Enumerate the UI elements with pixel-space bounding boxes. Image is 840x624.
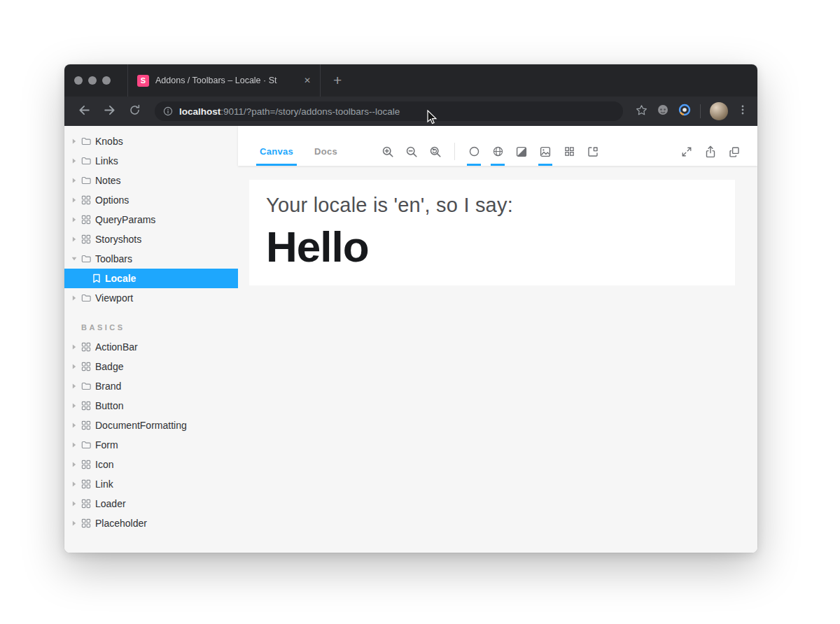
sidebar-item-label: Brand (95, 381, 121, 392)
tab-docs[interactable]: Docs (304, 137, 348, 166)
sidebar-item-link[interactable]: Link (64, 474, 238, 494)
toolbar-tools-right (675, 137, 746, 166)
sidebar-item-links[interactable]: Links (64, 151, 238, 171)
bookmark-star-button[interactable] (636, 101, 648, 122)
contrast-tool-button[interactable] (510, 137, 533, 166)
sidebar-item-options[interactable]: Options (64, 190, 238, 210)
sidebar-item-label: Notes (95, 175, 121, 186)
tab-canvas[interactable]: Canvas (249, 137, 304, 166)
page-info-icon[interactable] (163, 106, 173, 116)
chevron-right-icon[interactable] (71, 501, 77, 506)
copy-tool-button[interactable] (722, 137, 746, 166)
chevron-right-icon[interactable] (71, 158, 77, 164)
chevron-right-icon[interactable] (71, 520, 77, 526)
circle-tool-button[interactable] (462, 137, 486, 166)
extension-button-1[interactable] (657, 101, 669, 122)
sidebar-item-storyshots[interactable]: Storyshots (64, 229, 238, 249)
greeting-text: Hello (266, 225, 718, 269)
sidebar-item-knobs[interactable]: Knobs (64, 132, 238, 151)
zoom-out-tool-button[interactable] (400, 137, 424, 166)
chevron-right-icon[interactable] (71, 217, 77, 222)
chevron-right-icon[interactable] (71, 403, 77, 409)
sidebar-item-badge[interactable]: Badge (64, 357, 238, 376)
component-icon (81, 499, 91, 509)
reload-icon (129, 104, 141, 119)
browser-window: S Addons / Toolbars – Locale · St ✕ + lo… (64, 64, 757, 553)
sidebar-item-queryparams[interactable]: QueryParams (64, 210, 238, 229)
zoom-in-tool-button[interactable] (376, 137, 400, 166)
back-button[interactable] (74, 101, 94, 122)
browser-tab-title: Addons / Toolbars – Locale · St (155, 76, 298, 85)
layout-tool-button[interactable] (581, 137, 605, 166)
chevron-right-icon[interactable] (71, 236, 77, 242)
chevron-right-icon[interactable] (71, 383, 77, 389)
chevron-right-icon[interactable] (71, 139, 77, 144)
sidebar-item-loader[interactable]: Loader (64, 494, 238, 513)
sidebar-item-label: Viewport (95, 292, 133, 304)
toolbar-tools (376, 137, 605, 166)
sidebar-item-icon[interactable]: Icon (64, 455, 238, 474)
component-icon (81, 342, 91, 352)
sidebar-item-brand[interactable]: Brand (64, 376, 238, 396)
forward-button[interactable] (99, 101, 120, 122)
sidebar-item-label: Form (95, 439, 118, 451)
chevron-right-icon[interactable] (71, 197, 77, 203)
sidebar-tree: KnobsLinksNotesOptionsQueryParamsStorysh… (64, 132, 238, 533)
copy-icon (729, 146, 740, 157)
sidebar-item-placeholder[interactable]: Placeholder (64, 513, 238, 533)
sidebar-item-toolbars[interactable]: Toolbars (64, 249, 238, 269)
zoom-reset-tool-button[interactable] (424, 137, 447, 166)
chevron-right-icon[interactable] (71, 178, 77, 183)
grid-icon (564, 146, 575, 157)
sidebar-item-label: Storyshots (95, 234, 141, 245)
sidebar-item-button[interactable]: Button (64, 396, 238, 416)
preview-area: Your locale is 'en', so I say: Hello (238, 166, 757, 553)
zoom-window-button[interactable] (102, 76, 111, 85)
chevron-right-icon[interactable] (71, 481, 77, 487)
sidebar-item-locale[interactable]: Locale (64, 269, 238, 288)
sidebar-item-form[interactable]: Form (64, 435, 238, 455)
url-host: localhost (179, 106, 220, 117)
sidebar-item-notes[interactable]: Notes (64, 171, 238, 190)
component-icon (81, 215, 91, 225)
sidebar-item-label: DocumentFormatting (95, 420, 187, 431)
chevron-right-icon[interactable] (71, 295, 77, 301)
minimize-window-button[interactable] (88, 76, 97, 85)
sidebar-item-viewport[interactable]: Viewport (64, 288, 238, 308)
grid-tool-button[interactable] (557, 137, 581, 166)
globe-tool-button[interactable] (486, 137, 510, 166)
chevron-right-icon[interactable] (71, 364, 77, 369)
sidebar-section-header: BASICS (64, 323, 238, 332)
sidebar-item-documentformatting[interactable]: DocumentFormatting (64, 416, 238, 435)
image-tool-button[interactable] (533, 137, 557, 166)
sidebar-item-actionbar[interactable]: ActionBar (64, 337, 238, 357)
expand-tool-button[interactable] (675, 137, 699, 166)
browser-menu-button[interactable] (737, 101, 748, 122)
preview-tabs: Canvas Docs (249, 137, 348, 166)
chevron-right-icon[interactable] (71, 344, 77, 350)
chevron-right-icon[interactable] (71, 442, 77, 448)
chevron-right-icon[interactable] (71, 423, 77, 428)
sidebar-item-label: Knobs (95, 136, 123, 147)
sidebar-item-label: Icon (95, 459, 113, 470)
folder-icon (81, 156, 91, 166)
kebab-menu-icon (737, 104, 748, 118)
profile-avatar[interactable] (710, 102, 728, 120)
component-icon (81, 479, 91, 489)
tab-close-icon[interactable]: ✕ (304, 76, 311, 85)
storybook-sidebar: KnobsLinksNotesOptionsQueryParamsStorysh… (64, 126, 238, 553)
globe-icon (492, 146, 504, 157)
story-canvas: Your locale is 'en', so I say: Hello (249, 180, 735, 285)
close-window-button[interactable] (74, 76, 83, 85)
reload-button[interactable] (124, 101, 145, 122)
new-tab-button[interactable]: + (333, 72, 342, 89)
address-input[interactable]: localhost:9011/?path=/story/addons-toolb… (155, 101, 623, 121)
chevron-right-icon[interactable] (71, 462, 77, 467)
chevron-down-icon[interactable] (71, 256, 77, 262)
extension-button-2[interactable] (678, 101, 691, 122)
sidebar-item-label: Link (95, 478, 113, 490)
sidebar-item-label: Links (95, 155, 118, 166)
share-tool-button[interactable] (699, 137, 722, 166)
browser-tab[interactable]: S Addons / Toolbars – Locale · St ✕ (127, 64, 321, 97)
circle-icon (468, 146, 480, 157)
